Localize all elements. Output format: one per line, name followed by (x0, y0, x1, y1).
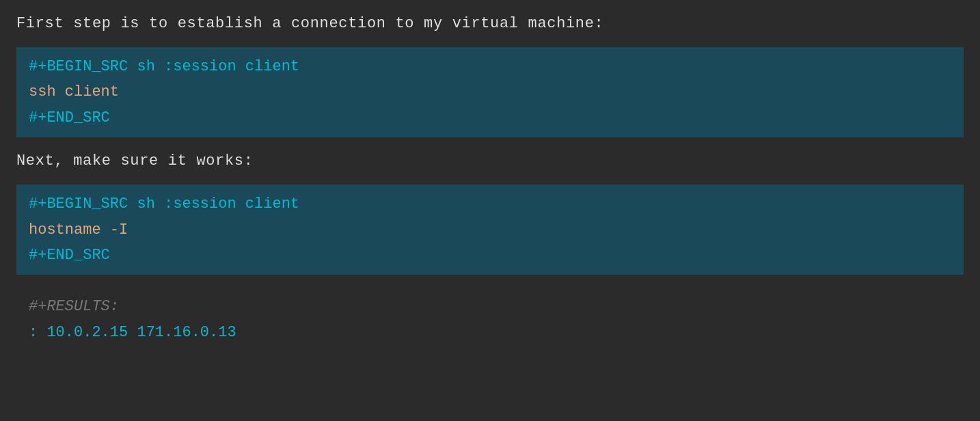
code-block-1: #+BEGIN_SRC sh :session client ssh clien… (16, 47, 964, 137)
main-container: First step is to establish a connection … (0, 0, 980, 364)
code-end-2: #+END_SRC (29, 243, 951, 268)
code-body-1: ssh client (29, 79, 951, 105)
intro-text-1: First step is to establish a connection … (16, 12, 964, 35)
results-block: #+RESULTS: : 10.0.2.15 171.16.0.13 (16, 287, 964, 352)
results-directive: #+RESULTS: (29, 294, 951, 319)
code-body-2: hostname -I (29, 217, 951, 243)
intro-text-2: Next, make sure it works: (16, 150, 964, 172)
code-begin-1: #+BEGIN_SRC sh :session client (29, 54, 951, 79)
code-end-1: #+END_SRC (29, 105, 951, 131)
code-begin-2: #+BEGIN_SRC sh :session client (29, 191, 951, 217)
results-value: : 10.0.2.15 171.16.0.13 (29, 320, 951, 345)
code-block-2: #+BEGIN_SRC sh :session client hostname … (16, 185, 964, 275)
